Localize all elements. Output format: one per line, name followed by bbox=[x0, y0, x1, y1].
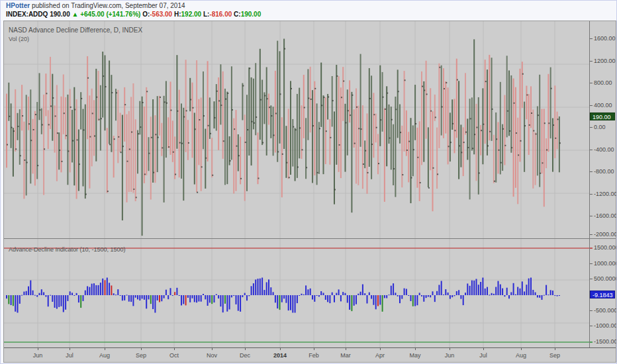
y-axis-tick-mark bbox=[590, 194, 593, 195]
close-value: 190.00 bbox=[241, 11, 261, 18]
x-axis-tick-mark bbox=[483, 348, 484, 350]
y-axis-tick-label: -1500.0000 bbox=[590, 338, 617, 345]
y-axis-tick-mark bbox=[590, 216, 593, 216]
symbol-info-line: INDEX:ADDQ 190.00 ▲ +645.00 (+141.76%) O… bbox=[6, 11, 261, 18]
x-axis-label: Jul bbox=[479, 352, 487, 359]
x-axis-label: Jun bbox=[445, 352, 455, 359]
y-axis-tick-label: -1600.00 bbox=[590, 212, 617, 219]
y-axis-tick-mark bbox=[590, 263, 593, 264]
x-axis-label: Jul bbox=[66, 352, 73, 359]
high-value: 192.00 bbox=[181, 11, 202, 18]
y-axis-tick-mark bbox=[590, 248, 593, 249]
y-axis-tick-mark bbox=[590, 234, 593, 235]
main-pane-title: NASD Advance Decline Difference, D, INDE… bbox=[9, 26, 142, 34]
last-price-badge: 190.00 bbox=[590, 113, 615, 120]
low-label: L: bbox=[203, 11, 209, 18]
y-axis-tick-mark bbox=[590, 341, 593, 343]
chart-area[interactable]: NASD Advance Decline Difference, D, INDE… bbox=[3, 21, 616, 363]
y-axis-tick-label: 1000.0000 bbox=[590, 260, 617, 267]
x-axis-label: Nov bbox=[207, 352, 217, 359]
x-axis-label: Oct bbox=[169, 352, 179, 359]
symbol-name[interactable]: INDEX:ADDQ bbox=[6, 11, 48, 18]
y-axis-tick-mark bbox=[590, 279, 593, 279]
y-axis-tick-label: -400.00 bbox=[590, 146, 614, 153]
y-axis-tick-mark bbox=[590, 38, 593, 39]
indicator-value-badge: -9.1843 bbox=[590, 291, 615, 298]
x-axis-label: Mar bbox=[340, 352, 351, 359]
low-value: -816.00 bbox=[209, 11, 232, 18]
x-axis-tick-mark bbox=[212, 348, 213, 350]
x-axis-tick-mark bbox=[245, 348, 246, 350]
last-price: 190.00 bbox=[50, 11, 70, 18]
y-axis-tick-label: 400.00 bbox=[590, 102, 612, 109]
x-axis-label: Sep bbox=[549, 352, 560, 359]
x-axis-tick-mark bbox=[346, 348, 346, 350]
y-axis-tick-label: 800.00 bbox=[590, 79, 612, 86]
x-axis-tick-mark bbox=[555, 348, 555, 350]
y-axis-tick-label: 500.0000 bbox=[590, 275, 617, 282]
price-scale-divider[interactable] bbox=[589, 21, 590, 347]
indicator-title: Advance-Decline Indicator (10, -1500, 15… bbox=[9, 246, 126, 253]
open-label: O: bbox=[142, 11, 150, 18]
x-axis-tick-mark bbox=[280, 348, 281, 350]
time-scale[interactable]: JunJulAugSepOctNovDec2014FebMarAprMayJun… bbox=[4, 347, 616, 362]
x-axis-label: Sep bbox=[136, 352, 146, 359]
x-axis-tick-mark bbox=[70, 348, 70, 350]
change-value: +645.00 (+141.76%) bbox=[80, 11, 140, 18]
x-axis-label: 2014 bbox=[273, 352, 287, 359]
x-axis-tick-mark bbox=[314, 348, 314, 350]
x-axis-label: Dec bbox=[240, 352, 250, 359]
y-axis-tick-label: -800.00 bbox=[590, 168, 614, 175]
close-label: C: bbox=[234, 11, 241, 18]
x-axis-tick-mark bbox=[174, 348, 175, 350]
y-axis-tick-mark bbox=[590, 326, 593, 326]
y-axis-tick-mark bbox=[590, 83, 593, 83]
x-axis-tick-mark bbox=[105, 348, 105, 350]
author-link[interactable]: HPotter bbox=[6, 2, 30, 9]
y-axis-tick-mark bbox=[590, 310, 593, 311]
y-axis-tick-label: 0.00 bbox=[590, 124, 606, 130]
x-axis-tick-mark bbox=[415, 348, 416, 350]
high-label: H: bbox=[174, 11, 181, 18]
y-axis-tick-mark bbox=[590, 61, 593, 62]
y-axis-tick-label: -2000.00 bbox=[590, 231, 617, 238]
x-axis-label: Feb bbox=[308, 352, 319, 359]
y-axis-tick-label: 1200.00 bbox=[590, 58, 616, 64]
open-value: -563.00 bbox=[150, 11, 172, 18]
x-axis-tick-mark bbox=[38, 348, 38, 350]
x-axis-label: May bbox=[409, 352, 420, 359]
x-axis-label: Aug bbox=[99, 352, 110, 359]
volume-study-label: Vol (20) bbox=[9, 36, 29, 42]
x-axis-label: Aug bbox=[516, 352, 526, 359]
y-axis-tick-mark bbox=[590, 127, 593, 128]
main-price-pane[interactable] bbox=[4, 21, 589, 238]
y-axis-tick-mark bbox=[590, 105, 593, 106]
x-axis-tick-mark bbox=[141, 348, 142, 350]
y-axis-tick-label: -1000.0000 bbox=[590, 322, 617, 329]
x-axis-label: Jun bbox=[33, 352, 43, 359]
x-axis-tick-mark bbox=[450, 348, 450, 350]
y-axis-tick-label: -1200.00 bbox=[590, 191, 617, 197]
y-axis-tick-label: -500.0000 bbox=[590, 307, 617, 314]
x-axis-tick-mark bbox=[380, 348, 381, 350]
tradingview-screenshot: HPotter published on TradingView.com, Se… bbox=[0, 0, 617, 364]
y-axis-tick-label: 1500.0000 bbox=[590, 244, 617, 251]
indicator-pane[interactable] bbox=[4, 239, 589, 347]
up-arrow-icon: ▲ bbox=[72, 11, 79, 18]
publish-line: HPotter published on TradingView.com, Se… bbox=[6, 2, 185, 9]
x-axis-label: Apr bbox=[375, 352, 385, 359]
y-axis-tick-mark bbox=[590, 171, 593, 172]
y-axis-tick-label: 1600.00 bbox=[590, 35, 616, 42]
publish-text: published on TradingView.com, September … bbox=[30, 2, 185, 9]
x-axis-tick-mark bbox=[521, 348, 522, 350]
y-axis-tick-mark bbox=[590, 150, 593, 150]
